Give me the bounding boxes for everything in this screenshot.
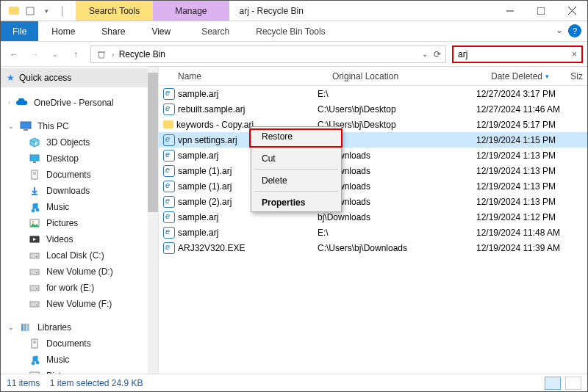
view-tab[interactable]: View [138, 21, 184, 41]
nav-item[interactable]: Local Disk (C:) [1, 247, 158, 264]
context-cut[interactable]: Cut [251, 149, 341, 167]
breadcrumb-bar[interactable]: › Recycle Bin ⌄ ⟳ [90, 46, 446, 63]
ie-file-icon [163, 165, 175, 177]
file-row[interactable]: ARJ32V320.EXE C:\Users\bj\Downloads 12/1… [159, 240, 587, 255]
column-name[interactable]: Name [178, 71, 332, 81]
nav-item[interactable]: Downloads [1, 183, 158, 199]
file-row[interactable]: rebuilt.sample.arj C:\Users\bj\Desktop 1… [159, 101, 587, 117]
file-date-cell: 12/19/2024 11:48 AM [476, 228, 587, 238]
folder-icon [8, 5, 20, 17]
nav-item[interactable]: Documents [1, 335, 158, 352]
share-tab[interactable]: Share [88, 21, 138, 41]
recent-locations-icon[interactable]: ⌄ [46, 46, 64, 63]
recycle-bin-tools-subtab[interactable]: Recycle Bin Tools [243, 21, 339, 41]
details-view-button[interactable] [545, 377, 561, 390]
quick-access-header[interactable]: ★ Quick access [1, 68, 158, 87]
nav-item-label: New Volume (F:) [46, 299, 112, 309]
minimize-button[interactable] [495, 1, 526, 21]
nav-onedrive[interactable]: › OneDrive - Personal [1, 95, 158, 111]
nav-libraries[interactable]: ⌄ Libraries [1, 319, 158, 335]
qat-dropdown-icon[interactable]: ▾ [40, 5, 52, 17]
address-dropdown-icon[interactable]: ⌄ [422, 50, 428, 58]
context-delete[interactable]: Delete [251, 171, 341, 189]
file-location-cell: C:\Users\bj\Downloads [318, 243, 476, 253]
folder-icon [163, 120, 173, 128]
properties-icon[interactable] [24, 5, 36, 17]
nav-item[interactable]: New Volume (F:) [1, 296, 158, 312]
nav-item[interactable]: Music [1, 352, 158, 368]
disk-icon [29, 298, 40, 310]
pc-icon [20, 120, 32, 132]
column-location[interactable]: Original Location [332, 71, 491, 81]
ie-file-icon [163, 104, 175, 115]
ie-file-icon [163, 196, 175, 208]
back-button[interactable]: ← [5, 46, 23, 63]
file-list[interactable]: sample.arj E:\ 12/27/2024 3:17 PM rebuil… [159, 86, 587, 374]
manage-contextual-tab[interactable]: Manage [153, 1, 229, 21]
svg-rect-18 [30, 269, 39, 275]
nav-thispc[interactable]: ⌄ This PC [1, 118, 158, 134]
qat-overflow-icon[interactable]: │ [57, 5, 68, 17]
nav-item[interactable]: Music [1, 199, 158, 215]
nav-item[interactable]: for work (E:) [1, 280, 158, 296]
file-name-cell: ARJ32V320.EXE [163, 242, 318, 254]
ie-file-icon [163, 181, 175, 192]
nav-item[interactable]: New Volume (D:) [1, 264, 158, 280]
down-icon [29, 185, 40, 197]
context-restore[interactable]: Restore [251, 127, 341, 145]
refresh-icon[interactable]: ⟳ [434, 49, 441, 59]
nav-item-label: Documents [46, 338, 91, 349]
file-date-cell: 12/19/2024 1:15 PM [476, 135, 587, 145]
nav-item-label: Music [46, 202, 69, 212]
file-row[interactable]: sample (2).arj bj\Downloads 12/19/2024 1… [159, 194, 587, 209]
ribbon-expand-icon[interactable]: ⌄ [551, 21, 568, 39]
clear-search-icon[interactable]: × [572, 49, 577, 59]
file-row[interactable]: sample (1).arj bj\Downloads 12/19/2024 1… [159, 163, 587, 178]
window-title: arj - Recycle Bin [229, 1, 495, 21]
nav-scrollbar-thumb[interactable] [148, 73, 158, 212]
nav-item[interactable]: Desktop [1, 150, 158, 167]
nav-item-label: for work (E:) [46, 283, 94, 293]
file-explorer-window: ▾ │ Search Tools Manage arj - Recycle Bi… [0, 0, 588, 392]
search-subtab[interactable]: Search [188, 21, 243, 41]
context-properties[interactable]: Properties [251, 193, 341, 211]
file-row[interactable]: sample.arj E:\ 12/27/2024 3:17 PM [159, 86, 587, 101]
file-name: vpn settings.arj [178, 135, 237, 145]
home-tab[interactable]: Home [38, 21, 88, 41]
forward-button[interactable]: → [26, 46, 43, 63]
file-date-cell: 12/19/2024 1:13 PM [476, 181, 587, 192]
search-tools-contextual-tab[interactable]: Search Tools [76, 1, 153, 21]
music-icon [29, 354, 40, 366]
nav-item[interactable]: Pictures [1, 215, 158, 231]
search-box[interactable]: arj × [452, 46, 583, 63]
close-button[interactable] [556, 1, 587, 21]
doc-icon [29, 338, 40, 349]
thumbnails-view-button[interactable] [565, 377, 581, 390]
nav-item[interactable]: 3D Objects [1, 134, 158, 150]
file-date-cell: 12/19/2024 1:13 PM [476, 166, 587, 176]
nav-item-label: New Volume (D:) [46, 266, 113, 277]
nav-item[interactable]: Videos [1, 231, 158, 247]
nav-item[interactable]: Documents [1, 167, 158, 183]
file-row[interactable]: keywords - Copy.arj C:\Users\bj\Desktop … [159, 117, 587, 132]
file-name: sample.arj [178, 150, 218, 161]
help-icon[interactable]: ? [568, 24, 581, 37]
column-size[interactable]: Siz [570, 71, 583, 81]
file-tab[interactable]: File [1, 21, 38, 41]
file-row[interactable]: vpn settings.arj E:\ 12/19/2024 1:15 PM [159, 132, 587, 148]
nav-item[interactable]: Pictures [1, 368, 158, 374]
address-bar: ← → ⌄ ↑ › Recycle Bin ⌄ ⟳ arj × [1, 42, 587, 67]
navigation-pane[interactable]: ★ Quick access › OneDrive - Personal ⌄ T… [1, 67, 159, 374]
search-text[interactable]: arj [458, 49, 467, 59]
svg-rect-8 [33, 161, 36, 163]
file-row[interactable]: sample (1).arj bj\Downloads 12/19/2024 1… [159, 178, 587, 194]
search-tools-label: Search Tools [89, 6, 140, 16]
file-date-cell: 12/27/2024 11:46 AM [476, 104, 587, 115]
file-row[interactable]: sample.arj E:\ 12/19/2024 11:48 AM [159, 225, 587, 240]
quick-access-toolbar: ▾ │ [1, 1, 76, 21]
file-row[interactable]: sample.arj bj\Downloads 12/19/2024 1:13 … [159, 148, 587, 163]
up-button[interactable]: ↑ [67, 46, 85, 63]
breadcrumb-text[interactable]: Recycle Bin [119, 49, 165, 59]
maximize-button[interactable] [526, 1, 556, 21]
file-row[interactable]: sample.arj bj\Downloads 12/19/2024 1:12 … [159, 209, 587, 225]
